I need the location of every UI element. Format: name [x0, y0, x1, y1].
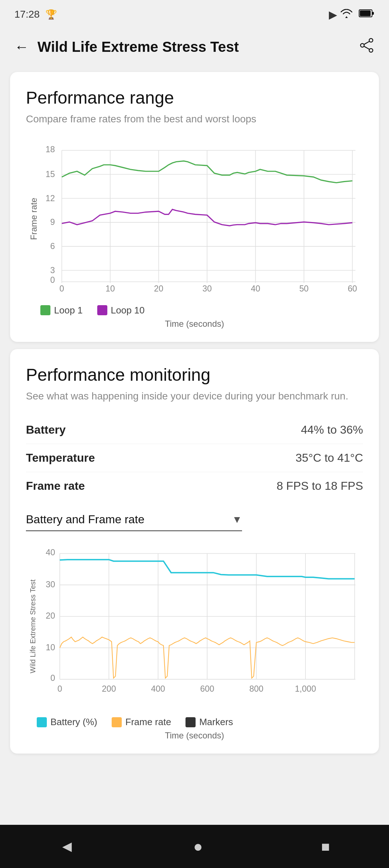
svg-text:0: 0: [57, 684, 62, 693]
svg-text:800: 800: [249, 684, 263, 693]
svg-text:18: 18: [46, 145, 55, 154]
framerate-chart-color: [112, 717, 122, 727]
framerate-value: 8 FPS to 18 FPS: [277, 479, 363, 493]
legend-loop10: Loop 10: [97, 305, 145, 316]
performance-range-card: Performance range Compare frame rates fr…: [10, 72, 379, 342]
svg-line-6: [364, 41, 370, 45]
temperature-row: Temperature 35°C to 41°C: [26, 444, 363, 472]
wifi-icon: ▶: [329, 8, 353, 21]
svg-text:200: 200: [102, 684, 116, 693]
legend-loop1: Loop 1: [40, 305, 83, 316]
svg-rect-1: [372, 12, 374, 15]
nav-back-icon: ◄: [59, 837, 75, 855]
bottom-chart-legend: Battery (%) Frame rate Markers: [26, 716, 363, 728]
status-right: ▶: [329, 8, 375, 21]
battery-framerate-chart: Wild Life Extreme Stress Test 40 30 20 1…: [26, 542, 363, 741]
legend-framerate-chart: Frame rate: [112, 716, 171, 728]
svg-text:600: 600: [200, 684, 214, 693]
svg-text:3: 3: [50, 266, 55, 275]
battery-value: 44% to 36%: [301, 423, 363, 437]
navigation-bar: ◄ ● ■: [0, 825, 389, 868]
x-axis-label-time: Time (seconds): [26, 319, 363, 329]
svg-text:0: 0: [50, 673, 55, 683]
performance-range-chart: Frame rate 18 15 12 9 6: [26, 139, 363, 329]
y-axis-label-bottom: Wild Life Extreme Stress Test: [26, 542, 37, 711]
nav-recents-button[interactable]: ■: [321, 838, 330, 855]
markers-color: [185, 717, 196, 727]
framerate-label: Frame rate: [26, 479, 85, 493]
status-left: 17:28 🏆: [14, 9, 57, 20]
markers-label: Markers: [199, 716, 233, 728]
perf-monitoring-subtitle: See what was happening inside your devic…: [26, 389, 363, 403]
perf-range-title: Performance range: [26, 88, 363, 108]
nav-back-button[interactable]: ◄: [59, 837, 75, 855]
dropdown-selected-label: Battery and Frame rate: [26, 513, 144, 526]
svg-text:15: 15: [46, 169, 55, 179]
x-axis-label-bottom: Time (seconds): [26, 731, 363, 741]
svg-text:20: 20: [154, 284, 164, 293]
battery-pct-label: Battery (%): [50, 716, 97, 728]
svg-point-4: [369, 49, 373, 52]
battery-pct-color: [37, 717, 47, 727]
perf-range-svg: 18 15 12 9 6 3 0 0: [39, 139, 363, 299]
framerate-row: Frame rate 8 FPS to 18 FPS: [26, 472, 363, 500]
svg-text:30: 30: [46, 580, 55, 589]
svg-text:40: 40: [251, 284, 260, 293]
dropdown-arrow-icon: ▼: [232, 514, 242, 525]
y-axis-label-framerate: Frame rate: [26, 139, 39, 299]
perf-monitoring-rows: Battery 44% to 36% Temperature 35°C to 4…: [26, 416, 363, 500]
loop1-label: Loop 1: [54, 305, 83, 316]
nav-home-button[interactable]: ●: [193, 837, 203, 855]
svg-text:60: 60: [348, 284, 357, 293]
framerate-chart-label: Frame rate: [125, 716, 171, 728]
svg-text:0: 0: [59, 284, 64, 293]
svg-text:1,000: 1,000: [295, 684, 316, 693]
battery-status-icon: [359, 8, 375, 21]
battery-row: Battery 44% to 36%: [26, 416, 363, 444]
svg-text:9: 9: [50, 217, 55, 227]
page-title: Wild Life Extreme Stress Test: [37, 39, 350, 55]
chart-selector-dropdown[interactable]: Battery and Frame rate ▼: [26, 513, 242, 531]
share-button[interactable]: [359, 37, 375, 56]
performance-range-legend: Loop 1 Loop 10: [26, 305, 363, 316]
svg-text:400: 400: [151, 684, 165, 693]
legend-markers: Markers: [185, 716, 233, 728]
svg-text:10: 10: [106, 284, 115, 293]
svg-point-5: [361, 44, 364, 47]
svg-point-3: [369, 39, 373, 42]
time-display: 17:28: [14, 9, 40, 20]
svg-text:40: 40: [46, 548, 55, 557]
status-bar: 17:28 🏆 ▶: [0, 0, 389, 29]
perf-range-subtitle: Compare frame rates from the best and wo…: [26, 112, 363, 126]
svg-text:20: 20: [46, 611, 55, 620]
loop10-color: [97, 305, 107, 315]
loop1-color: [40, 305, 50, 315]
back-button[interactable]: ←: [14, 40, 29, 54]
svg-line-7: [364, 46, 370, 49]
svg-text:0: 0: [50, 275, 55, 285]
svg-text:50: 50: [299, 284, 309, 293]
svg-rect-2: [360, 10, 371, 16]
battery-framerate-svg: 40 30 20 10 0 0 200 400: [37, 542, 363, 711]
perf-monitoring-title: Performance monitoring: [26, 365, 363, 385]
svg-text:6: 6: [50, 241, 55, 251]
svg-text:12: 12: [46, 194, 55, 203]
nav-recents-icon: ■: [321, 838, 330, 855]
trophy-icon: 🏆: [45, 9, 57, 20]
temperature-value: 35°C to 41°C: [296, 451, 363, 465]
header-bar: ← Wild Life Extreme Stress Test: [0, 29, 389, 65]
svg-text:30: 30: [202, 284, 212, 293]
temperature-label: Temperature: [26, 451, 95, 465]
loop10-label: Loop 10: [111, 305, 145, 316]
legend-battery-pct: Battery (%): [37, 716, 97, 728]
nav-home-icon: ●: [193, 837, 203, 855]
battery-label: Battery: [26, 423, 66, 437]
performance-monitoring-card: Performance monitoring See what was happ…: [10, 349, 379, 754]
svg-text:10: 10: [46, 643, 55, 652]
